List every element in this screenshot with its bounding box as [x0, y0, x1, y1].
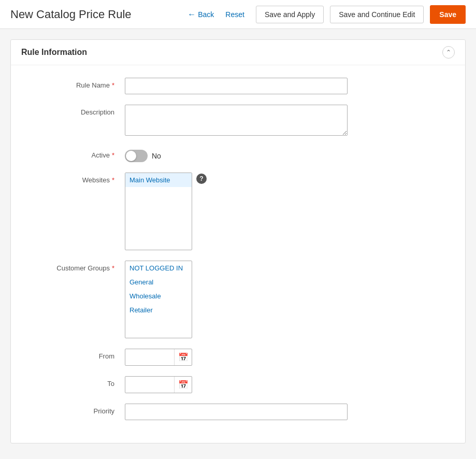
- description-label: Description: [21, 105, 125, 116]
- priority-label: Priority: [21, 404, 125, 415]
- rule-information-section: Rule Information ⌃ Rule Name* Descriptio…: [10, 39, 466, 443]
- to-row: To 📅: [21, 376, 455, 393]
- description-row: Description: [21, 105, 455, 137]
- active-value-label: No: [152, 152, 161, 160]
- save-and-apply-button[interactable]: Save and Apply: [256, 6, 324, 23]
- group-option-general[interactable]: General: [125, 275, 192, 289]
- rule-name-input[interactable]: [125, 78, 348, 94]
- required-indicator: *: [112, 264, 114, 272]
- rule-name-control: [125, 78, 455, 94]
- from-row: From 📅: [21, 349, 455, 366]
- collapse-icon: ⌃: [446, 49, 451, 56]
- active-label: Active*: [21, 148, 125, 159]
- to-date-wrapper: 📅: [125, 376, 192, 393]
- from-calendar-button[interactable]: 📅: [174, 349, 192, 365]
- back-button[interactable]: ← Back: [187, 10, 214, 19]
- back-label: Back: [198, 10, 214, 19]
- reset-button[interactable]: Reset: [220, 7, 250, 22]
- to-calendar-button[interactable]: 📅: [174, 377, 192, 393]
- save-continue-label: Save and Continue Edit: [339, 10, 415, 19]
- customer-groups-label: Customer Groups*: [21, 261, 125, 272]
- websites-control: Main Website ?: [125, 173, 455, 250]
- from-date-input[interactable]: [125, 350, 174, 365]
- websites-help-icon[interactable]: ?: [196, 174, 207, 184]
- toggle-wrapper: No: [125, 148, 455, 162]
- websites-label: Websites*: [21, 173, 125, 184]
- section-title: Rule Information: [21, 48, 87, 57]
- to-date-input[interactable]: [125, 377, 174, 393]
- customer-groups-select[interactable]: NOT LOGGED IN General Wholesale Retailer: [125, 261, 192, 338]
- group-option-retailer[interactable]: Retailer: [125, 303, 192, 317]
- section-header: Rule Information ⌃: [11, 40, 465, 65]
- active-control: No: [125, 148, 455, 162]
- calendar-icon: 📅: [178, 380, 189, 390]
- page-content: Rule Information ⌃ Rule Name* Descriptio…: [0, 29, 476, 459]
- required-indicator: *: [112, 176, 114, 184]
- from-date-wrapper: 📅: [125, 349, 192, 366]
- priority-control: [125, 404, 455, 420]
- to-control: 📅: [125, 376, 455, 393]
- customer-groups-control: NOT LOGGED IN General Wholesale Retailer: [125, 261, 455, 338]
- rule-name-label: Rule Name*: [21, 78, 125, 89]
- to-label: To: [21, 376, 125, 388]
- priority-input[interactable]: [125, 404, 348, 420]
- description-input[interactable]: [125, 105, 348, 136]
- form-body: Rule Name* Description Active*: [11, 65, 465, 443]
- websites-field-with-help: Main Website ?: [125, 173, 455, 250]
- page-title: New Catalog Price Rule: [10, 8, 132, 21]
- required-indicator: *: [112, 81, 114, 89]
- reset-label: Reset: [225, 10, 244, 19]
- group-option-not-logged-in[interactable]: NOT LOGGED IN: [125, 261, 192, 275]
- priority-row: Priority: [21, 404, 455, 420]
- websites-row: Websites* Main Website ?: [21, 173, 455, 250]
- header-actions: ← Back Reset Save and Apply Save and Con…: [187, 5, 466, 24]
- calendar-icon: 📅: [178, 352, 189, 362]
- save-and-continue-button[interactable]: Save and Continue Edit: [330, 6, 424, 23]
- save-label: Save: [439, 10, 456, 19]
- page-header: New Catalog Price Rule ← Back Reset Save…: [0, 0, 476, 29]
- active-row: Active* No: [21, 148, 455, 162]
- from-control: 📅: [125, 349, 455, 366]
- required-indicator: *: [112, 151, 114, 159]
- from-label: From: [21, 349, 125, 360]
- websites-select[interactable]: Main Website: [125, 173, 192, 250]
- save-apply-label: Save and Apply: [265, 10, 315, 19]
- toggle-track[interactable]: [125, 150, 148, 162]
- group-option-wholesale[interactable]: Wholesale: [125, 289, 192, 303]
- collapse-button[interactable]: ⌃: [442, 46, 455, 59]
- website-option-main[interactable]: Main Website: [125, 173, 192, 187]
- active-toggle[interactable]: [125, 150, 148, 162]
- customer-groups-row: Customer Groups* NOT LOGGED IN General W…: [21, 261, 455, 338]
- toggle-thumb: [126, 151, 136, 161]
- rule-name-row: Rule Name*: [21, 78, 455, 94]
- back-arrow-icon: ←: [187, 10, 196, 19]
- save-button[interactable]: Save: [430, 5, 466, 24]
- description-control: [125, 105, 455, 137]
